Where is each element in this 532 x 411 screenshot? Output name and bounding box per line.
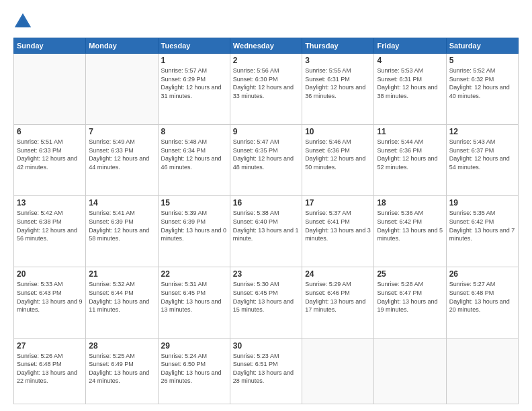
day-info: Sunrise: 5:51 AMSunset: 6:33 PMDaylight:… — [17, 138, 83, 171]
calendar-cell: 23Sunrise: 5:30 AMSunset: 6:45 PMDayligh… — [230, 267, 302, 338]
day-info: Sunrise: 5:44 AMSunset: 6:36 PMDaylight:… — [377, 138, 443, 171]
day-number: 22 — [161, 269, 227, 279]
calendar-cell: 25Sunrise: 5:28 AMSunset: 6:47 PMDayligh… — [374, 267, 446, 338]
day-info: Sunrise: 5:41 AMSunset: 6:39 PMDaylight:… — [89, 209, 154, 242]
day-number: 19 — [449, 198, 515, 208]
day-info: Sunrise: 5:48 AMSunset: 6:34 PMDaylight:… — [161, 138, 227, 171]
logo-icon — [13, 12, 32, 31]
day-number: 1 — [161, 56, 227, 65]
calendar-cell: 7Sunrise: 5:49 AMSunset: 6:33 PMDaylight… — [86, 125, 158, 196]
day-info: Sunrise: 5:26 AMSunset: 6:48 PMDaylight:… — [17, 352, 83, 385]
calendar-week-row: 20Sunrise: 5:33 AMSunset: 6:43 PMDayligh… — [14, 267, 519, 338]
day-number: 4 — [377, 56, 443, 65]
day-info: Sunrise: 5:25 AMSunset: 6:49 PMDaylight:… — [89, 352, 154, 385]
calendar-cell: 30Sunrise: 5:23 AMSunset: 6:51 PMDayligh… — [230, 338, 302, 404]
day-number: 10 — [305, 127, 371, 136]
day-number: 7 — [89, 127, 154, 136]
day-number: 3 — [305, 56, 371, 65]
calendar-cell: 18Sunrise: 5:36 AMSunset: 6:42 PMDayligh… — [374, 196, 446, 267]
day-number: 25 — [377, 269, 443, 279]
day-number: 17 — [305, 198, 371, 208]
calendar-cell: 26Sunrise: 5:27 AMSunset: 6:48 PMDayligh… — [446, 267, 518, 338]
calendar-header-thursday: Thursday — [302, 38, 374, 54]
calendar-cell: 24Sunrise: 5:29 AMSunset: 6:46 PMDayligh… — [302, 267, 374, 338]
calendar-cell: 13Sunrise: 5:42 AMSunset: 6:38 PMDayligh… — [14, 196, 86, 267]
calendar-cell: 21Sunrise: 5:32 AMSunset: 6:44 PMDayligh… — [86, 267, 158, 338]
day-info: Sunrise: 5:37 AMSunset: 6:41 PMDaylight:… — [305, 209, 371, 242]
calendar-cell: 9Sunrise: 5:47 AMSunset: 6:35 PMDaylight… — [230, 125, 302, 196]
calendar-header-saturday: Saturday — [446, 38, 518, 54]
day-info: Sunrise: 5:38 AMSunset: 6:40 PMDaylight:… — [233, 209, 299, 242]
day-info: Sunrise: 5:47 AMSunset: 6:35 PMDaylight:… — [233, 138, 299, 171]
calendar-cell: 6Sunrise: 5:51 AMSunset: 6:33 PMDaylight… — [14, 125, 86, 196]
logo — [13, 12, 35, 31]
day-number: 16 — [233, 198, 299, 208]
day-info: Sunrise: 5:35 AMSunset: 6:42 PMDaylight:… — [449, 209, 515, 242]
day-info: Sunrise: 5:53 AMSunset: 6:31 PMDaylight:… — [377, 66, 443, 100]
calendar-cell: 15Sunrise: 5:39 AMSunset: 6:39 PMDayligh… — [158, 196, 230, 267]
calendar-cell — [446, 338, 518, 404]
day-number: 29 — [161, 341, 227, 351]
day-number: 2 — [233, 56, 299, 65]
calendar-week-row: 13Sunrise: 5:42 AMSunset: 6:38 PMDayligh… — [14, 196, 519, 267]
calendar-week-row: 1Sunrise: 5:57 AMSunset: 6:29 PMDaylight… — [14, 54, 519, 125]
calendar-cell: 12Sunrise: 5:43 AMSunset: 6:37 PMDayligh… — [446, 125, 518, 196]
calendar-cell: 3Sunrise: 5:55 AMSunset: 6:31 PMDaylight… — [302, 54, 374, 125]
calendar-cell — [374, 338, 446, 404]
day-info: Sunrise: 5:52 AMSunset: 6:32 PMDaylight:… — [449, 66, 515, 100]
calendar-header-row: SundayMondayTuesdayWednesdayThursdayFrid… — [14, 38, 519, 54]
day-number: 23 — [233, 269, 299, 279]
day-info: Sunrise: 5:29 AMSunset: 6:46 PMDaylight:… — [305, 280, 371, 314]
page: SundayMondayTuesdayWednesdayThursdayFrid… — [0, 0, 532, 411]
calendar-cell: 20Sunrise: 5:33 AMSunset: 6:43 PMDayligh… — [14, 267, 86, 338]
calendar-cell: 27Sunrise: 5:26 AMSunset: 6:48 PMDayligh… — [14, 338, 86, 404]
calendar-header-friday: Friday — [374, 38, 446, 54]
calendar-cell: 19Sunrise: 5:35 AMSunset: 6:42 PMDayligh… — [446, 196, 518, 267]
calendar-header-wednesday: Wednesday — [230, 38, 302, 54]
day-number: 11 — [377, 127, 443, 136]
day-info: Sunrise: 5:30 AMSunset: 6:45 PMDaylight:… — [233, 280, 299, 314]
calendar-cell: 4Sunrise: 5:53 AMSunset: 6:31 PMDaylight… — [374, 54, 446, 125]
calendar-cell: 16Sunrise: 5:38 AMSunset: 6:40 PMDayligh… — [230, 196, 302, 267]
day-number: 5 — [449, 56, 515, 65]
day-number: 18 — [377, 198, 443, 208]
day-number: 26 — [449, 269, 515, 279]
calendar-week-row: 27Sunrise: 5:26 AMSunset: 6:48 PMDayligh… — [14, 338, 519, 404]
day-info: Sunrise: 5:56 AMSunset: 6:30 PMDaylight:… — [233, 66, 299, 100]
calendar-cell: 29Sunrise: 5:24 AMSunset: 6:50 PMDayligh… — [158, 338, 230, 404]
calendar-cell — [302, 338, 374, 404]
day-number: 21 — [89, 269, 154, 279]
day-number: 14 — [89, 198, 154, 208]
day-info: Sunrise: 5:31 AMSunset: 6:45 PMDaylight:… — [161, 280, 227, 314]
day-number: 15 — [161, 198, 227, 208]
calendar-header-sunday: Sunday — [14, 38, 86, 54]
calendar-cell: 22Sunrise: 5:31 AMSunset: 6:45 PMDayligh… — [158, 267, 230, 338]
day-number: 9 — [233, 127, 299, 136]
day-info: Sunrise: 5:55 AMSunset: 6:31 PMDaylight:… — [305, 66, 371, 100]
day-info: Sunrise: 5:33 AMSunset: 6:43 PMDaylight:… — [17, 280, 83, 314]
day-number: 6 — [17, 127, 83, 136]
calendar-header-tuesday: Tuesday — [158, 38, 230, 54]
calendar-cell — [14, 54, 86, 125]
day-number: 8 — [161, 127, 227, 136]
day-info: Sunrise: 5:43 AMSunset: 6:37 PMDaylight:… — [449, 138, 515, 171]
day-info: Sunrise: 5:27 AMSunset: 6:48 PMDaylight:… — [449, 280, 515, 314]
calendar-cell: 17Sunrise: 5:37 AMSunset: 6:41 PMDayligh… — [302, 196, 374, 267]
calendar-cell: 1Sunrise: 5:57 AMSunset: 6:29 PMDaylight… — [158, 54, 230, 125]
calendar-table: SundayMondayTuesdayWednesdayThursdayFrid… — [13, 38, 519, 404]
day-info: Sunrise: 5:49 AMSunset: 6:33 PMDaylight:… — [89, 138, 154, 171]
day-info: Sunrise: 5:36 AMSunset: 6:42 PMDaylight:… — [377, 209, 443, 242]
calendar-cell — [86, 54, 158, 125]
day-number: 13 — [17, 198, 83, 208]
calendar-cell: 8Sunrise: 5:48 AMSunset: 6:34 PMDaylight… — [158, 125, 230, 196]
calendar-cell: 11Sunrise: 5:44 AMSunset: 6:36 PMDayligh… — [374, 125, 446, 196]
day-info: Sunrise: 5:23 AMSunset: 6:51 PMDaylight:… — [233, 352, 299, 385]
day-number: 20 — [17, 269, 83, 279]
calendar-cell: 28Sunrise: 5:25 AMSunset: 6:49 PMDayligh… — [86, 338, 158, 404]
calendar-cell: 10Sunrise: 5:46 AMSunset: 6:36 PMDayligh… — [302, 125, 374, 196]
calendar-week-row: 6Sunrise: 5:51 AMSunset: 6:33 PMDaylight… — [14, 125, 519, 196]
day-info: Sunrise: 5:32 AMSunset: 6:44 PMDaylight:… — [89, 280, 154, 314]
day-number: 27 — [17, 341, 83, 351]
day-info: Sunrise: 5:42 AMSunset: 6:38 PMDaylight:… — [17, 209, 83, 242]
day-info: Sunrise: 5:39 AMSunset: 6:39 PMDaylight:… — [161, 209, 227, 242]
